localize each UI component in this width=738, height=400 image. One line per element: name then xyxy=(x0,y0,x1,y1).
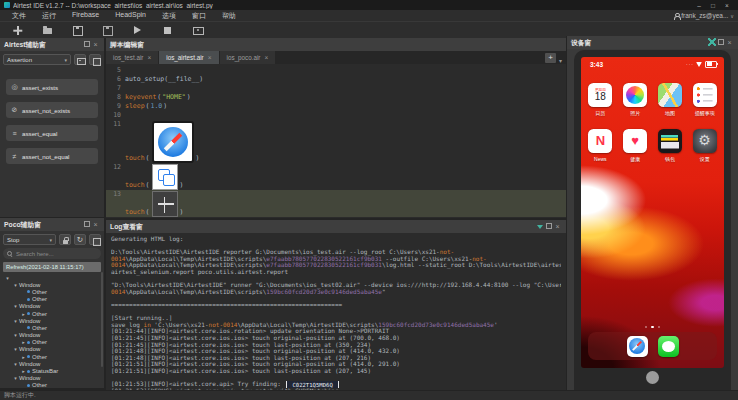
plus-template-image[interactable] xyxy=(152,191,178,217)
tree-node[interactable]: ▾Window xyxy=(4,332,104,339)
float-panel-icon[interactable] xyxy=(82,41,91,48)
tree-node[interactable]: ▸Other xyxy=(4,310,104,317)
tree-node[interactable]: ▸Other xyxy=(4,353,104,360)
wallet-app-icon[interactable] xyxy=(658,129,682,153)
assert-button-assert_equal[interactable]: ≡assert_equal xyxy=(6,125,98,141)
tree-expand-icon[interactable]: ▾ xyxy=(12,282,19,288)
run-script-icon[interactable] xyxy=(132,25,143,36)
tree-node[interactable]: ▸Other xyxy=(4,339,104,346)
poco-mode-dropdown[interactable]: Stop ▾ xyxy=(3,234,56,245)
filter-log-icon[interactable] xyxy=(535,224,544,230)
tree-node[interactable]: Other xyxy=(4,296,104,303)
settings-app-icon[interactable] xyxy=(693,129,717,153)
poco-search xyxy=(3,248,101,259)
code-editor[interactable]: 56auto_setup(__file__)78keyevent("HOME")… xyxy=(106,64,566,217)
menu-item[interactable]: 运行 xyxy=(34,11,64,21)
close-button[interactable]: × xyxy=(720,2,734,9)
save-script-icon[interactable] xyxy=(72,25,83,36)
tree-node[interactable]: ▸StatusBar xyxy=(4,367,104,374)
tree-expand-icon[interactable]: ▾ xyxy=(12,361,19,367)
refresh-icon[interactable] xyxy=(74,234,86,245)
messages-app-icon[interactable] xyxy=(658,336,679,357)
account-menu[interactable]: frank_zs@yea... xyxy=(673,12,734,19)
news-app-icon[interactable] xyxy=(588,129,612,153)
device-tools-icon[interactable] xyxy=(708,38,716,46)
code-token: sleep xyxy=(125,102,145,111)
safari-app-icon[interactable] xyxy=(627,336,648,357)
assert-button-assert_not_exists[interactable]: ⊘assert_not_exists xyxy=(6,102,98,118)
tree-expand-icon[interactable]: ▾ xyxy=(4,275,11,281)
open-script-icon[interactable] xyxy=(42,25,53,36)
squares-template-image[interactable] xyxy=(152,164,178,190)
log-token: airtest_selenium.report poco.utils.airte… xyxy=(111,269,288,275)
maps-app-icon[interactable] xyxy=(658,83,682,107)
lock-icon[interactable] xyxy=(59,234,71,245)
insert-snapshot-icon[interactable] xyxy=(74,54,86,65)
health-app-icon[interactable] xyxy=(623,129,647,153)
tree-expand-icon[interactable]: ▾ xyxy=(12,332,19,338)
menu-item[interactable]: Firebase xyxy=(64,11,107,21)
tree-node[interactable]: ▾Window xyxy=(4,317,104,324)
close-panel-icon[interactable] xyxy=(725,39,734,46)
device-screen[interactable]: 3:43 ··· 星期四18日历照片地图提醒事项 News健康钱包设置 xyxy=(581,57,724,368)
tree-node[interactable]: Other xyxy=(4,324,104,331)
maximize-button[interactable]: □ xyxy=(706,2,720,9)
tree-expand-icon[interactable]: ▸ xyxy=(20,354,27,360)
stop-script-icon[interactable] xyxy=(162,25,173,36)
close-panel-icon[interactable] xyxy=(553,223,562,230)
save-as-icon[interactable] xyxy=(102,25,113,36)
chevron-down-icon: ▾ xyxy=(49,237,52,243)
tree-node[interactable]: ▾Window xyxy=(4,360,104,367)
tree-node[interactable]: Other xyxy=(4,288,104,295)
assert-button-assert_not_equal[interactable]: ≠assert_not_equal xyxy=(6,148,98,164)
search-input[interactable] xyxy=(16,251,97,257)
airtest-panel-title: Airtest辅助窗 xyxy=(4,40,46,50)
tree-expand-icon[interactable]: ▾ xyxy=(12,303,19,309)
tree-expand-icon[interactable]: ▸ xyxy=(20,311,27,317)
export-tree-icon[interactable] xyxy=(89,234,101,245)
tree-node[interactable]: ▾Window xyxy=(4,281,104,288)
tree-expand-icon[interactable]: ▾ xyxy=(12,318,19,324)
tree-node[interactable]: ▾Window xyxy=(4,303,104,310)
tab-close-icon[interactable] xyxy=(264,54,268,61)
float-panel-icon[interactable] xyxy=(82,221,91,228)
editor-tab[interactable]: ios_test.air xyxy=(106,51,159,64)
editor-tab[interactable]: ios_airtest.air xyxy=(159,51,219,64)
editor-tab[interactable]: ios_poco.air xyxy=(220,51,277,64)
menu-item[interactable]: 窗口 xyxy=(184,11,214,21)
scrollbar[interactable] xyxy=(101,272,104,367)
close-panel-icon[interactable] xyxy=(91,41,100,48)
photos-app-icon[interactable] xyxy=(623,83,647,107)
tab-list-icon[interactable] xyxy=(559,49,562,67)
tree-node[interactable]: ▾Window xyxy=(4,346,104,353)
tree-node[interactable]: Other xyxy=(4,382,104,389)
tree-expand-icon[interactable]: ▸ xyxy=(20,368,27,374)
tree-node[interactable]: ▾ xyxy=(4,274,104,281)
tree-refresh-node[interactable]: Refresh(2021-02-18 11:15:17) xyxy=(3,262,101,272)
calendar-app-icon[interactable]: 星期四18 xyxy=(588,83,612,107)
minimize-button[interactable]: – xyxy=(692,2,706,9)
float-panel-icon[interactable] xyxy=(716,39,725,46)
close-panel-icon[interactable] xyxy=(91,221,100,228)
menu-item[interactable]: 选项 xyxy=(154,11,184,21)
tree-expand-icon[interactable]: ▾ xyxy=(12,346,19,352)
save-assert-icon[interactable] xyxy=(89,54,101,65)
ios-dock xyxy=(588,332,717,360)
assertion-dropdown[interactable]: Assertion ▾ xyxy=(3,54,71,65)
menu-item[interactable]: 文件 xyxy=(4,11,34,21)
tab-close-icon[interactable] xyxy=(208,54,212,61)
tab-close-icon[interactable] xyxy=(147,54,151,61)
snapshot-icon[interactable] xyxy=(192,25,203,36)
tree-expand-icon[interactable]: ▸ xyxy=(20,339,27,345)
assert-button-assert_exists[interactable]: ◎assert_exists xyxy=(6,79,98,95)
tree-node[interactable]: ▾Window xyxy=(4,375,104,382)
tree-expand-icon[interactable]: ▾ xyxy=(12,375,19,381)
safari-template-image[interactable] xyxy=(152,121,194,163)
new-script-icon[interactable] xyxy=(12,25,23,36)
menu-item[interactable]: 帮助 xyxy=(214,11,244,21)
menu-item[interactable]: HeadSpin xyxy=(107,11,154,21)
home-button[interactable] xyxy=(646,371,659,384)
float-panel-icon[interactable] xyxy=(544,223,553,230)
reminders-app-icon[interactable] xyxy=(693,83,717,107)
new-tab-icon[interactable]: + xyxy=(545,53,556,63)
